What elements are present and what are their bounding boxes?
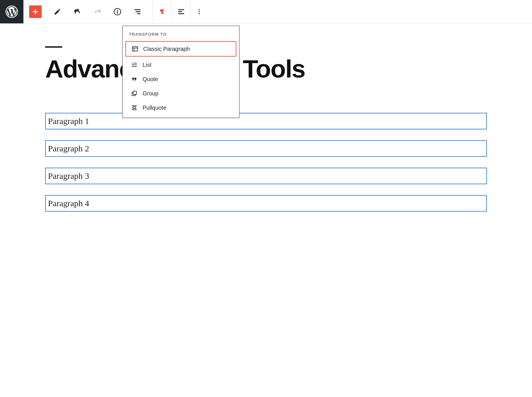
dropdown-item-group[interactable]: Group: [125, 86, 236, 101]
paragraph-block[interactable]: Paragraph 3: [45, 168, 487, 184]
dropdown-item-quote[interactable]: Quote: [125, 72, 236, 86]
dropdown-item-label: List: [143, 62, 151, 68]
dropdown-item-label: Group: [143, 90, 159, 97]
svg-rect-10: [133, 107, 136, 109]
info-icon: [113, 8, 121, 16]
paragraph-icon: [159, 8, 165, 15]
list-icon: [131, 61, 138, 69]
undo-icon: [73, 8, 81, 16]
block-toolbar: [153, 0, 208, 23]
info-button[interactable]: [110, 5, 125, 19]
paragraph-block[interactable]: Paragraph 2: [45, 140, 487, 157]
title-divider: [45, 46, 62, 48]
top-toolbar: [0, 0, 532, 23]
quote-icon: [131, 75, 138, 83]
dropdown-item-pullquote[interactable]: Pullquote: [125, 101, 236, 115]
dots-vertical-icon: [196, 8, 203, 15]
svg-point-4: [199, 11, 200, 12]
align-button[interactable]: [172, 0, 191, 23]
wordpress-icon: [5, 5, 18, 18]
paragraph-block[interactable]: Paragraph 4: [45, 195, 487, 212]
editor-content: Advanced Editor Tools Paragraph 1 Paragr…: [0, 23, 532, 212]
group-icon: [131, 90, 138, 97]
undo-button[interactable]: [70, 5, 85, 19]
block-type-button[interactable]: [153, 0, 172, 23]
svg-point-2: [117, 10, 118, 11]
svg-point-5: [199, 13, 200, 14]
editor-toolbar-group: [23, 0, 147, 23]
dropdown-item-classic-paragraph[interactable]: Classic Paragraph: [125, 41, 236, 57]
wordpress-logo[interactable]: [0, 0, 23, 23]
outline-icon: [133, 8, 141, 16]
svg-rect-9: [133, 91, 137, 95]
svg-point-7: [132, 63, 133, 64]
outline-button[interactable]: [130, 5, 145, 19]
dropdown-item-list[interactable]: List: [125, 58, 236, 72]
dropdown-item-label: Pullquote: [143, 105, 166, 111]
add-block-button[interactable]: [29, 5, 42, 18]
plus-icon: [31, 8, 39, 16]
pencil-icon: [54, 8, 61, 15]
svg-rect-6: [132, 47, 137, 51]
paragraph-block[interactable]: Paragraph 1: [45, 113, 487, 129]
more-options-button[interactable]: [191, 0, 208, 23]
pullquote-icon: [131, 104, 138, 111]
classic-paragraph-icon: [131, 45, 139, 53]
transform-dropdown: TRANSFORM TO Classic Paragraph List Quot…: [122, 26, 239, 118]
dropdown-item-label: Classic Paragraph: [143, 46, 190, 52]
dropdown-item-label: Quote: [143, 76, 158, 83]
edit-tools-button[interactable]: [50, 5, 65, 19]
svg-point-3: [199, 9, 200, 10]
redo-button[interactable]: [90, 5, 105, 19]
redo-icon: [93, 8, 101, 16]
page-title[interactable]: Advanced Editor Tools: [45, 56, 487, 81]
align-left-icon: [177, 8, 185, 16]
dropdown-header: TRANSFORM TO: [123, 26, 239, 40]
